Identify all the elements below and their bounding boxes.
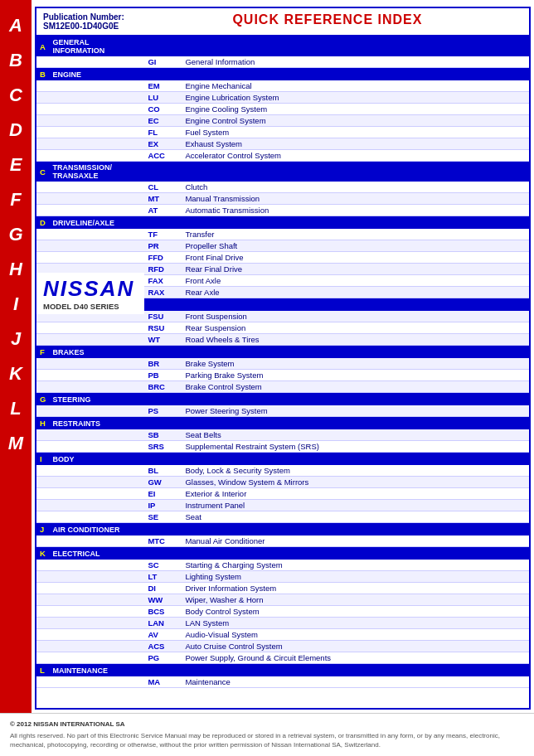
entry-code: RSU: [144, 322, 182, 334]
entry-desc: Power Supply, Ground & Circuit Elements: [182, 652, 529, 664]
section-name: BODY: [49, 453, 144, 466]
entry-code: SB: [144, 429, 182, 441]
table-row: BRBrake System: [36, 358, 529, 370]
entry-code: RAX: [144, 287, 182, 298]
entry-code: PG: [144, 652, 182, 664]
entry-desc: Engine Control System: [182, 115, 529, 127]
entry-desc: Brake Control System: [182, 381, 529, 393]
table-row: ATAutomatic Transmission: [36, 205, 529, 216]
table-row: GIGeneral Information: [36, 56, 529, 68]
alpha-letter-d: D: [0, 113, 32, 148]
section-name: TRANSMISSION/ TRANSAXLE: [49, 162, 144, 182]
table-row: SRSSupplemental Restraint System (SRS): [36, 441, 529, 453]
table-row: AVAudio-Visual System: [36, 629, 529, 641]
entry-code: EX: [144, 138, 182, 150]
entry-code: AT: [144, 205, 182, 216]
section-letter: D: [36, 216, 49, 230]
section-letter: F: [36, 346, 49, 359]
section-header-l: LMAINTENANCE: [36, 664, 529, 677]
entry-desc: Body Control System: [182, 606, 529, 618]
section-name: BRAKES: [49, 346, 144, 359]
section-name: GENERAL INFORMATION: [49, 36, 144, 56]
table-row: ACCAccelerator Control System: [36, 150, 529, 162]
alpha-letter-c: C: [0, 78, 32, 113]
table-row: ECEngine Control System: [36, 115, 529, 127]
nissan-logo-area: NISSAN MODEL D40 SERIES: [36, 273, 144, 314]
entry-code: FAX: [144, 275, 182, 287]
entry-code: BL: [144, 465, 182, 477]
footer: © 2012 NISSAN INTERNATIONAL SA All right…: [0, 713, 534, 756]
footer-rights: All rights reserved. No part of this Ele…: [10, 731, 524, 749]
section-header-b: BENGINE: [36, 68, 529, 81]
table-row: MTManual Transmission: [36, 193, 529, 205]
table-row: MTCManual Air Conditioner: [36, 536, 529, 547]
entry-code: EI: [144, 488, 182, 500]
alpha-letter-m: M: [0, 426, 32, 461]
table-row: LUEngine Lubrication System: [36, 92, 529, 104]
entry-code: SE: [144, 511, 182, 523]
entry-code: RFD: [144, 264, 182, 275]
entry-desc: Exhaust System: [182, 138, 529, 150]
alpha-letter-g: G: [0, 217, 32, 252]
entry-desc: Front Suspension: [182, 311, 529, 322]
entry-desc: Exterior & Interior: [182, 488, 529, 500]
table-row: PRPropeller Shaft: [36, 240, 529, 252]
table-row: EXExhaust System: [36, 138, 529, 150]
table-row: LTLighting System: [36, 571, 529, 583]
entry-desc: Brake System: [182, 358, 529, 370]
entry-code: BR: [144, 358, 182, 370]
table-row: WTRoad Wheels & Tires: [36, 334, 529, 346]
section-header-f: FBRAKES: [36, 346, 529, 359]
entry-desc: Wiper, Washer & Horn: [182, 594, 529, 606]
entry-code: LU: [144, 92, 182, 104]
entry-code: FSU: [144, 311, 182, 322]
table-row: EIExterior & Interior: [36, 488, 529, 500]
entry-code: FL: [144, 127, 182, 138]
index-table: AGENERAL INFORMATIONGIGeneral Informatio…: [36, 36, 529, 688]
table-row: RSURear Suspension: [36, 322, 529, 334]
table-row: PBParking Brake System: [36, 370, 529, 381]
section-header-h: HRESTRAINTS: [36, 417, 529, 430]
table-row: LANLAN System: [36, 618, 529, 629]
entry-desc: Instrument Panel: [182, 500, 529, 511]
entry-desc: Power Steering System: [182, 405, 529, 417]
entry-desc: Manual Transmission: [182, 193, 529, 205]
section-letter: L: [36, 664, 49, 677]
alpha-letter-j: J: [0, 322, 32, 356]
section-name: MAINTENANCE: [49, 664, 144, 677]
section-letter: K: [36, 547, 49, 560]
entry-code: PR: [144, 240, 182, 252]
entry-desc: Transfer: [182, 229, 529, 240]
section-header-j: JAIR CONDITIONER: [36, 523, 529, 536]
section-letter: J: [36, 523, 49, 536]
entry-desc: Maintenance: [182, 676, 529, 688]
section-header-k: KELECTRICAL: [36, 547, 529, 560]
entry-code: SC: [144, 560, 182, 571]
section-header-c: CTRANSMISSION/ TRANSAXLE: [36, 162, 529, 182]
entry-desc: Engine Mechanical: [182, 80, 529, 92]
entry-desc: Supplemental Restraint System (SRS): [182, 441, 529, 453]
entry-code: EM: [144, 80, 182, 92]
section-letter: G: [36, 393, 49, 406]
entry-code: CL: [144, 182, 182, 193]
entry-desc: Propeller Shaft: [182, 240, 529, 252]
entry-code: ACC: [144, 150, 182, 162]
section-name: STEERING: [49, 393, 144, 406]
section-name: ELECTRICAL: [49, 547, 144, 560]
entry-code: MT: [144, 193, 182, 205]
section-name: DRIVELINE/AXLE: [49, 216, 144, 230]
section-letter: B: [36, 68, 49, 81]
table-row: FLFuel System: [36, 127, 529, 138]
entry-desc: Audio-Visual System: [182, 629, 529, 641]
table-row: CLClutch: [36, 182, 529, 193]
entry-code: TF: [144, 229, 182, 240]
section-letter: A: [36, 36, 49, 56]
table-row: COEngine Cooling System: [36, 104, 529, 115]
entry-desc: Rear Final Drive: [182, 264, 529, 275]
table-row: EMEngine Mechanical: [36, 80, 529, 92]
entry-desc: Body, Lock & Security System: [182, 465, 529, 477]
model-label: MODEL D40 SERIES: [43, 302, 138, 311]
entry-code: PS: [144, 405, 182, 417]
table-row: MAMaintenance: [36, 676, 529, 688]
alpha-letter-f: F: [0, 182, 32, 217]
